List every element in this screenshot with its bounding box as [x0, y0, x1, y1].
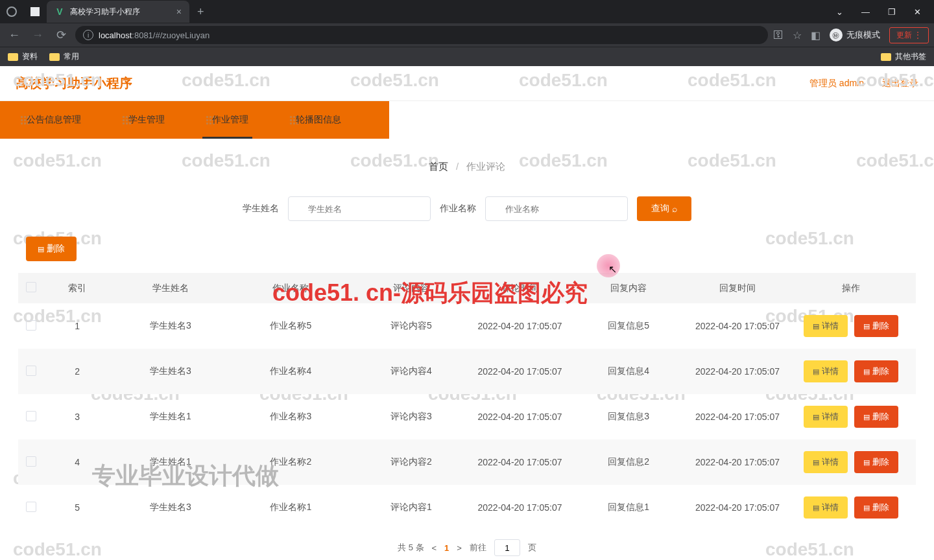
document-icon: ▤	[38, 245, 44, 253]
browser-tab[interactable]: V 高校学习助手小程序 ×	[47, 1, 189, 23]
cell-rtime: 2022-04-20 17:05:07	[689, 485, 786, 530]
cell-comment: 评论内容2	[351, 439, 471, 485]
pagination: 共 5 条 < 1 > 前往 页	[18, 530, 916, 560]
detail-button[interactable]: ▤ 详情	[804, 451, 848, 473]
watermark-red: code51. cn-源码乐园盗图必究	[272, 277, 588, 309]
window-controls: ⌄ — ❐ ✕	[823, 7, 934, 17]
cell-index: 1	[44, 303, 110, 349]
window-minimize-icon[interactable]: —	[861, 7, 870, 17]
tab-system-icon-2[interactable]	[23, 7, 47, 16]
watermark: code51.cn	[519, 70, 608, 91]
homework-name-input[interactable]	[485, 196, 628, 221]
nav-item-student[interactable]: 学生管理	[102, 101, 186, 139]
cell-rtime: 2022-04-20 17:05:07	[689, 303, 786, 349]
row-checkbox[interactable]	[26, 502, 36, 512]
watermark: code51.cn	[350, 70, 439, 91]
watermark: code51.cn	[13, 70, 102, 91]
window-maximize-icon[interactable]: ❐	[888, 7, 896, 17]
cell-homework: 作业名称4	[231, 349, 351, 394]
row-checkbox[interactable]	[26, 366, 36, 376]
cell-comment: 评论内容4	[351, 349, 471, 394]
student-name-input[interactable]	[288, 196, 431, 221]
new-tab-button[interactable]: +	[189, 5, 212, 19]
reload-button[interactable]: ⟳	[52, 26, 70, 44]
row-delete-button[interactable]: ▤ 删除	[854, 360, 898, 382]
cell-actions: ▤ 详情 ▤ 删除	[786, 349, 916, 394]
bookmark-bar: 资料 常用 其他书签	[0, 47, 934, 66]
detail-button[interactable]: ▤ 详情	[804, 315, 848, 337]
document-icon: ▤	[813, 368, 819, 376]
nav-item-announcement[interactable]: 公告信息管理	[0, 101, 102, 139]
tab-bar: V 高校学习助手小程序 × + ⌄ — ❐ ✕	[0, 0, 934, 23]
window-dropdown-icon[interactable]: ⌄	[836, 7, 843, 17]
page-goto-input[interactable]	[494, 539, 520, 556]
detail-button[interactable]: ▤ 详情	[804, 496, 848, 519]
key-icon[interactable]: ⚿	[773, 29, 784, 41]
row-checkbox[interactable]	[26, 456, 36, 467]
site-info-icon[interactable]: i	[83, 30, 93, 40]
cell-homework: 作业名称5	[231, 303, 351, 349]
watermark: code51.cn	[182, 70, 270, 91]
browser-chrome: V 高校学习助手小程序 × + ⌄ — ❐ ✕ ← → ⟳ i localhos…	[0, 0, 934, 66]
col-index: 索引	[44, 273, 110, 303]
document-icon: ▤	[813, 322, 819, 331]
cell-index: 2	[44, 349, 110, 394]
nav-item-homework[interactable]: 作业管理	[186, 101, 269, 139]
select-all-checkbox[interactable]	[26, 282, 36, 292]
page-next[interactable]: >	[457, 543, 462, 553]
page-current[interactable]: 1	[444, 543, 449, 553]
label-student-name: 学生姓名	[243, 203, 279, 215]
document-icon: ▤	[863, 368, 870, 376]
url-input[interactable]: i localhost:8081/#/zuoyeLiuyan	[75, 26, 768, 44]
detail-button[interactable]: ▤ 详情	[804, 360, 848, 382]
cell-ctime: 2022-04-20 17:05:07	[472, 303, 569, 349]
document-icon: ▤	[863, 504, 870, 512]
bookmark-folder[interactable]: 常用	[49, 51, 79, 62]
document-icon: ▤	[863, 322, 870, 331]
cell-student: 学生姓名3	[110, 349, 230, 394]
window-close-icon[interactable]: ✕	[914, 7, 921, 17]
cell-rtime: 2022-04-20 17:05:07	[689, 439, 786, 485]
folder-icon	[49, 53, 60, 61]
menu-icon	[21, 116, 23, 124]
col-student: 学生姓名	[110, 273, 230, 303]
other-bookmarks[interactable]: 其他书签	[881, 51, 926, 62]
row-delete-button[interactable]: ▤ 删除	[854, 496, 898, 519]
page-total: 共 5 条	[398, 542, 424, 554]
breadcrumb: 首页 / 作业评论	[18, 145, 916, 189]
forward-button[interactable]: →	[29, 26, 47, 44]
tab-close-icon[interactable]: ×	[176, 6, 182, 17]
tab-title: 高校学习助手小程序	[70, 6, 171, 18]
row-delete-button[interactable]: ▤ 删除	[854, 315, 898, 337]
bookmark-folder[interactable]: 资料	[8, 51, 38, 62]
folder-icon	[8, 53, 18, 61]
cell-student: 学生姓名3	[110, 303, 230, 349]
cell-rtime: 2022-04-20 17:05:07	[689, 349, 786, 394]
nav-item-carousel[interactable]: 轮播图信息	[269, 101, 362, 139]
row-delete-button[interactable]: ▤ 删除	[854, 406, 898, 428]
watermark-gray: 专业毕业设计代做	[92, 460, 279, 492]
tab-system-icon[interactable]	[0, 6, 23, 17]
cell-homework: 作业名称3	[231, 394, 351, 439]
bulk-delete-button[interactable]: ▤ 删除	[26, 237, 77, 261]
back-button[interactable]: ←	[5, 26, 23, 44]
table-row: 2 学生姓名3 作业名称4 评论内容4 2022-04-20 17:05:07 …	[18, 349, 916, 394]
star-icon[interactable]: ☆	[793, 29, 802, 41]
row-delete-button[interactable]: ▤ 删除	[854, 451, 898, 473]
row-checkbox[interactable]	[26, 320, 36, 331]
breadcrumb-home[interactable]: 首页	[429, 161, 448, 172]
extensions-icon[interactable]: ◧	[811, 29, 820, 41]
detail-button[interactable]: ▤ 详情	[804, 406, 848, 428]
app-header: 高校学习助手小程序 管理员 admin 退出登录	[0, 66, 934, 101]
update-button[interactable]: 更新 ⋮	[889, 27, 929, 43]
document-icon: ▤	[863, 458, 870, 467]
search-form: 学生姓名 ⌕ 作业名称 ⌕ 查询 ⌕	[18, 189, 916, 237]
search-icon: ⌕	[672, 204, 677, 214]
query-button[interactable]: 查询 ⌕	[637, 196, 691, 221]
col-action: 操作	[786, 273, 916, 303]
watermark: code51.cn	[688, 70, 776, 91]
row-checkbox[interactable]	[26, 411, 36, 421]
cell-ctime: 2022-04-20 17:05:07	[472, 349, 569, 394]
address-bar: ← → ⟳ i localhost:8081/#/zuoyeLiuyan ⚿ ☆…	[0, 23, 934, 47]
page-prev[interactable]: <	[432, 543, 437, 553]
